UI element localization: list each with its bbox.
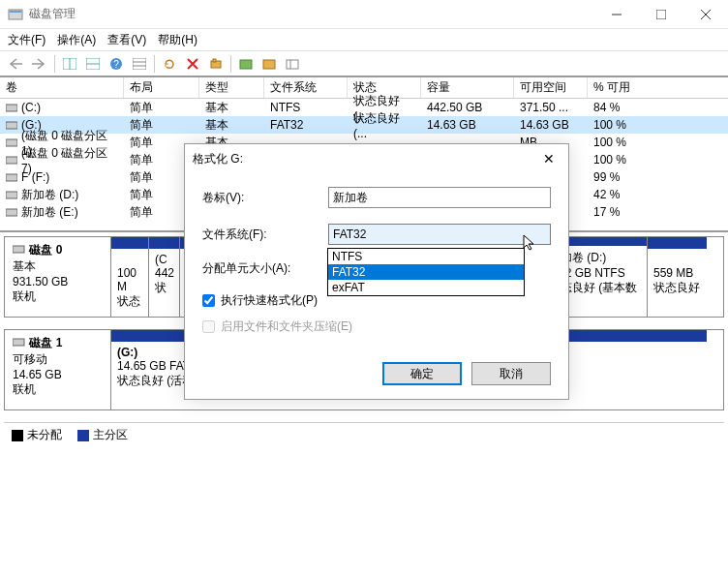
- quick-format-checkbox[interactable]: [202, 294, 215, 307]
- back-button[interactable]: [6, 53, 27, 75]
- window-titlebar: 磁盘管理: [0, 0, 728, 29]
- dropdown-option[interactable]: FAT32: [328, 264, 524, 280]
- minimize-button[interactable]: [594, 0, 639, 29]
- legend-unallocated: 未分配: [12, 427, 62, 443]
- view-graphics-button[interactable]: [82, 53, 104, 75]
- col-type[interactable]: 类型: [199, 77, 264, 98]
- label-filesystem: 文件系统(F):: [202, 227, 328, 243]
- col-volume[interactable]: 卷: [0, 77, 124, 98]
- svg-rect-1: [10, 11, 21, 13]
- toolbar: ?: [0, 50, 728, 77]
- svg-rect-19: [287, 60, 298, 69]
- refresh-button[interactable]: [159, 53, 180, 75]
- dialog-titlebar: 格式化 G: ✕: [185, 144, 568, 173]
- menu-view[interactable]: 查看(V): [107, 32, 146, 48]
- action5-button[interactable]: [282, 53, 303, 75]
- filesystem-combobox[interactable]: FAT32: [328, 224, 551, 245]
- help-button[interactable]: ?: [106, 53, 127, 75]
- settings-button[interactable]: [129, 53, 150, 75]
- action3-button[interactable]: [235, 53, 257, 75]
- ok-button[interactable]: 确定: [382, 362, 462, 385]
- cancel-button[interactable]: 取消: [471, 362, 551, 385]
- col-capacity[interactable]: 容量: [421, 77, 514, 98]
- quick-format-label: 执行快速格式化(P): [221, 292, 318, 309]
- svg-rect-29: [13, 339, 24, 346]
- svg-rect-23: [6, 139, 17, 146]
- forward-button[interactable]: [29, 53, 50, 75]
- volume-label-input[interactable]: [328, 187, 551, 208]
- svg-rect-3: [656, 10, 666, 19]
- dropdown-option[interactable]: NTFS: [328, 249, 524, 264]
- svg-rect-16: [213, 59, 216, 62]
- app-icon: [8, 7, 23, 22]
- close-button[interactable]: [683, 0, 728, 29]
- svg-rect-26: [6, 192, 17, 198]
- partition[interactable]: 100 M状态: [111, 237, 148, 317]
- delete-button[interactable]: [182, 53, 203, 75]
- view-list-button[interactable]: [59, 53, 80, 75]
- svg-rect-21: [6, 105, 17, 111]
- col-pctfree[interactable]: % 可用: [588, 77, 728, 98]
- label-volume: 卷标(V):: [202, 190, 328, 206]
- svg-text:?: ?: [113, 59, 119, 70]
- compress-checkbox: [202, 320, 215, 333]
- partition[interactable]: (C442状: [148, 237, 179, 317]
- menu-action[interactable]: 操作(A): [57, 32, 96, 48]
- svg-rect-27: [6, 209, 17, 216]
- legend: 未分配 主分区: [4, 422, 724, 447]
- maximize-button[interactable]: [639, 0, 683, 29]
- col-layout[interactable]: 布局: [124, 77, 199, 98]
- col-filesystem[interactable]: 文件系统: [264, 77, 348, 98]
- svg-rect-22: [6, 122, 17, 129]
- compress-label: 启用文件和文件夹压缩(E): [221, 318, 352, 335]
- svg-rect-28: [13, 246, 24, 253]
- menu-file[interactable]: 文件(F): [8, 32, 46, 48]
- svg-rect-18: [263, 60, 275, 69]
- dialog-close-button[interactable]: ✕: [537, 151, 561, 167]
- svg-rect-25: [6, 174, 17, 181]
- svg-rect-12: [133, 58, 146, 70]
- col-free[interactable]: 可用空间: [514, 77, 588, 98]
- svg-rect-24: [6, 157, 17, 164]
- menu-help[interactable]: 帮助(H): [158, 32, 197, 48]
- menubar: 文件(F) 操作(A) 查看(V) 帮助(H): [0, 29, 728, 50]
- window-controls: [594, 0, 728, 29]
- partition[interactable]: 559 MB状态良好: [647, 237, 707, 317]
- dropdown-option[interactable]: exFAT: [328, 280, 524, 295]
- legend-primary: 主分区: [77, 427, 128, 443]
- action4-button[interactable]: [258, 53, 280, 75]
- dialog-title: 格式化 G:: [193, 151, 537, 167]
- window-title: 磁盘管理: [29, 6, 594, 22]
- svg-rect-17: [240, 60, 252, 69]
- filesystem-dropdown[interactable]: NTFSFAT32exFAT: [327, 248, 525, 296]
- action2-button[interactable]: [205, 53, 227, 75]
- label-allocation-unit: 分配单元大小(A):: [202, 260, 328, 277]
